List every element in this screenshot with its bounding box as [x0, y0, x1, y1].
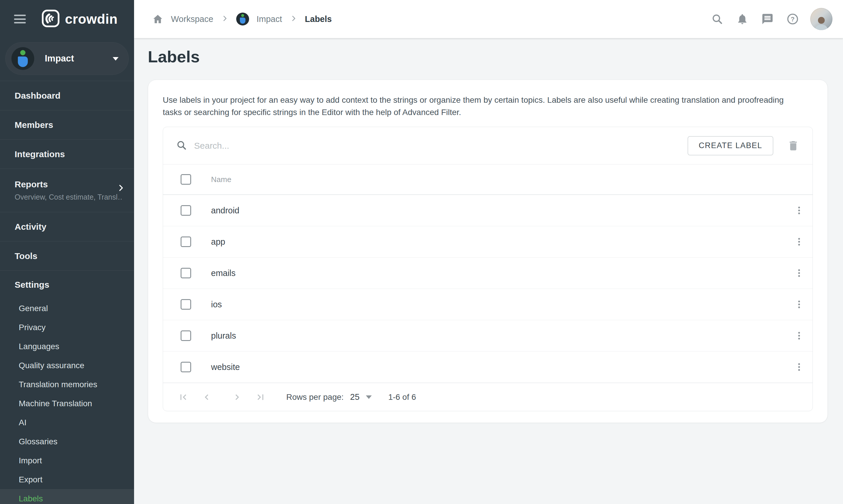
row-checkbox[interactable]	[181, 236, 191, 247]
rows-per-page-select[interactable]: 25	[350, 392, 372, 402]
previous-page-icon[interactable]	[200, 391, 213, 403]
sidebar-item-machine-translation[interactable]: Machine Translation	[0, 394, 134, 413]
label-name: emails	[211, 268, 791, 278]
crowdin-wordmark: crowdin	[65, 11, 118, 27]
table-row: ios	[163, 289, 812, 320]
create-label-button[interactable]: CREATE LABEL	[687, 136, 773, 156]
crowdin-logo: crowdin	[41, 10, 118, 29]
labels-panel: CREATE LABEL Name android	[163, 127, 813, 411]
row-checkbox[interactable]	[181, 205, 191, 216]
sidebar-item-glossaries[interactable]: Glossaries	[0, 432, 134, 451]
sidebar-header: crowdin	[0, 0, 134, 38]
trash-icon[interactable]	[786, 138, 801, 154]
pagination: Rows per page: 25 1-6 of 6	[163, 383, 812, 411]
chevron-right-icon	[221, 15, 229, 23]
crowdin-logo-icon	[41, 10, 60, 29]
next-page-icon[interactable]	[231, 391, 244, 403]
project-name: Impact	[45, 53, 74, 64]
main-content: Labels Use labels in your project for an…	[134, 38, 843, 504]
row-menu-icon[interactable]	[791, 265, 807, 281]
bell-icon[interactable]	[735, 12, 750, 26]
breadcrumb-item-project[interactable]: Impact	[257, 14, 282, 24]
sidebar-nav: Dashboard Members Integrations Reports O…	[0, 81, 134, 504]
chevron-right-icon	[290, 15, 298, 23]
label-name: android	[211, 206, 791, 215]
page-title: Labels	[148, 47, 828, 67]
select-all-checkbox[interactable]	[181, 174, 191, 185]
labels-toolbar: CREATE LABEL	[163, 127, 812, 164]
row-menu-icon[interactable]	[791, 202, 807, 219]
sidebar-item-import[interactable]: Import	[0, 451, 134, 470]
sidebar-item-members[interactable]: Members	[0, 110, 134, 140]
project-logo	[12, 47, 34, 70]
search-icon[interactable]	[710, 12, 725, 26]
table-row: plurals	[163, 320, 812, 352]
breadcrumb-item-workspace[interactable]: Workspace	[171, 14, 213, 24]
table-row: android	[163, 195, 812, 226]
label-name: website	[211, 362, 791, 372]
reports-sublabel: Overview, Cost estimate, Transl…	[15, 193, 123, 201]
search-field	[176, 140, 687, 152]
help-icon[interactable]: ?	[785, 12, 800, 26]
rows-per-page-label: Rows per page:	[286, 393, 344, 402]
sidebar-item-reports[interactable]: Reports Overview, Cost estimate, Transl…	[0, 169, 134, 212]
sidebar-item-activity[interactable]: Activity	[0, 212, 134, 241]
sidebar-item-languages[interactable]: Languages	[0, 337, 134, 356]
row-checkbox[interactable]	[181, 330, 191, 341]
chevron-right-icon	[116, 183, 125, 194]
caret-down-icon	[366, 395, 372, 399]
row-checkbox[interactable]	[181, 299, 191, 310]
row-menu-icon[interactable]	[791, 296, 807, 312]
row-menu-icon[interactable]	[791, 359, 807, 375]
hamburger-menu-button[interactable]	[14, 15, 26, 23]
crowdin-app: crowdin Impact Dashboard Members Integra…	[0, 0, 843, 504]
label-name: plurals	[211, 331, 791, 341]
topbar-actions: ?	[710, 8, 832, 30]
pagination-range: 1-6 of 6	[388, 393, 416, 402]
sidebar-item-tools[interactable]: Tools	[0, 241, 134, 271]
row-menu-icon[interactable]	[791, 327, 807, 344]
chevron-down-icon	[113, 57, 119, 60]
breadcrumb-item-current: Labels	[305, 14, 332, 24]
sidebar-item-export[interactable]: Export	[0, 470, 134, 489]
table-row: app	[163, 226, 812, 257]
first-page-icon[interactable]	[177, 391, 190, 403]
labels-description: Use labels in your project for an easy w…	[163, 94, 801, 119]
sidebar-item-translation-memories[interactable]: Translation memories	[0, 375, 134, 394]
sidebar-item-privacy[interactable]: Privacy	[0, 318, 134, 337]
row-checkbox[interactable]	[181, 362, 191, 372]
table-row: emails	[163, 257, 812, 289]
project-switcher[interactable]: Impact	[5, 42, 129, 75]
sidebar-item-integrations[interactable]: Integrations	[0, 140, 134, 169]
breadcrumb: Workspace Impact Labels	[152, 13, 331, 25]
labels-card: Use labels in your project for an easy w…	[148, 79, 828, 423]
sidebar-section-settings[interactable]: Settings	[0, 271, 134, 299]
svg-text:?: ?	[791, 16, 794, 23]
last-page-icon[interactable]	[254, 391, 267, 403]
sidebar-item-quality-assurance[interactable]: Quality assurance	[0, 356, 134, 375]
row-menu-icon[interactable]	[791, 234, 807, 250]
sidebar-item-dashboard[interactable]: Dashboard	[0, 81, 134, 110]
table-header: Name	[163, 164, 812, 195]
home-icon[interactable]	[152, 14, 163, 24]
chat-icon[interactable]	[760, 12, 775, 26]
column-header-name: Name	[211, 175, 231, 184]
topbar: Workspace Impact Labels	[134, 0, 843, 38]
sidebar: crowdin Impact Dashboard Members Integra…	[0, 0, 134, 504]
label-name: ios	[211, 300, 791, 309]
sidebar-item-general[interactable]: General	[0, 299, 134, 318]
row-checkbox[interactable]	[181, 268, 191, 278]
sidebar-item-labels[interactable]: Labels	[0, 489, 134, 504]
project-logo-small	[236, 13, 249, 25]
label-name: app	[211, 237, 791, 247]
search-input[interactable]	[194, 141, 687, 151]
table-row: website	[163, 352, 812, 383]
search-icon	[176, 140, 187, 152]
user-avatar[interactable]	[810, 8, 832, 30]
sidebar-item-ai[interactable]: AI	[0, 413, 134, 432]
